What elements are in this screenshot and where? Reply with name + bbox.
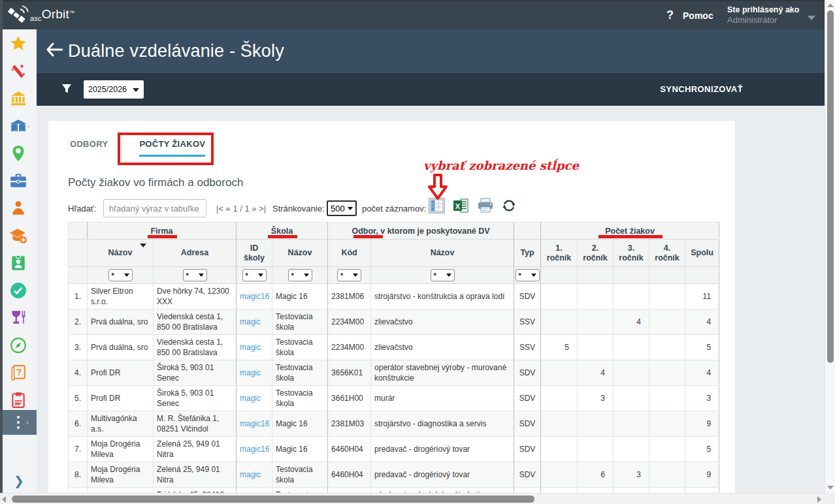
column-header-2. ročník[interactable]: 2. ročník: [578, 240, 614, 267]
students-table: FirmaŠkolaOdbor, v ktorom je poskytované…: [68, 222, 719, 493]
vertical-scrollbar[interactable]: [825, 0, 835, 493]
sidebar-item-explore[interactable]: [0, 332, 37, 358]
sidebar-item-institution[interactable]: [0, 86, 37, 112]
scroll-down-arrow-icon[interactable]: [827, 486, 834, 490]
school-year-select[interactable]: 2025/2026: [84, 80, 144, 99]
horizontal-scrollbar[interactable]: [0, 493, 825, 504]
column-filter-select[interactable]: *: [183, 269, 207, 281]
excel-export-icon[interactable]: X: [453, 198, 469, 213]
table-cell: 6460H04: [328, 462, 371, 488]
table-cell: [541, 386, 578, 411]
school-id-link[interactable]: magic: [237, 360, 272, 386]
column-filter-select[interactable]: *: [516, 269, 540, 281]
column-header-Spolu[interactable]: Spolu: [685, 240, 719, 267]
column-filter-select[interactable]: *: [242, 269, 267, 281]
refresh-icon[interactable]: [502, 198, 516, 213]
scroll-up-arrow-icon[interactable]: [827, 3, 834, 7]
synchronize-button[interactable]: SYNCHRONIZOVAŤ: [660, 84, 743, 94]
column-header-1. ročník[interactable]: 1. ročník: [541, 240, 578, 267]
column-header-4. ročník[interactable]: 4. ročník: [649, 240, 685, 267]
school-id-link[interactable]: magic16: [237, 437, 272, 462]
column-header-3. ročník[interactable]: 3. ročník: [614, 240, 649, 267]
table-cell: [237, 488, 272, 494]
column-header-Kód[interactable]: Kód: [328, 240, 371, 267]
more-dots-icon: [17, 416, 20, 429]
sidebar-item-school[interactable]: ›: [0, 113, 37, 139]
column-header-rownum[interactable]: [69, 240, 88, 267]
tab-odbory[interactable]: ODBORY: [70, 139, 108, 157]
school-id-link[interactable]: magic: [237, 309, 272, 335]
sort-desc-icon[interactable]: [140, 244, 146, 247]
choose-columns-icon[interactable]: [429, 198, 445, 213]
table-cell: Moja Drogéria Mileva: [88, 437, 154, 462]
table-body: 1.Silver Eltron s.r.o.Dve hôrky 74, 1230…: [69, 284, 719, 494]
sidebar-item-teacher[interactable]: [0, 195, 37, 221]
table-cell: [649, 360, 685, 386]
column-header-Typ[interactable]: Typ: [514, 240, 541, 267]
school-id-link[interactable]: magic16: [237, 411, 272, 437]
table-cell: predavač - drogériový tovar: [371, 437, 514, 462]
table-cell: Multivagónka a.s.: [88, 411, 154, 437]
table-cell: 2234M00: [328, 335, 371, 360]
scroll-left-arrow-icon[interactable]: [2, 496, 6, 503]
select-chevron-icon: [348, 207, 353, 210]
sidebar-item-attendance[interactable]: [0, 277, 37, 304]
table-row: 4.Profi DRŠiroká 5, 903 01 SenecmagicTes…: [69, 360, 719, 386]
column-filter-select[interactable]: *: [337, 269, 361, 281]
table-cell: [541, 284, 578, 309]
user-menu[interactable]: Ste prihlásený ako Administrátor: [727, 5, 799, 25]
back-button[interactable]: [46, 41, 63, 61]
search-input[interactable]: hľadaný výraz v tabuľke: [103, 199, 206, 217]
app-logo[interactable]: ascOrbit™: [7, 4, 74, 25]
sidebar-item-favorites[interactable]: [0, 31, 37, 57]
column-header-Názov[interactable]: Názov: [371, 240, 514, 267]
sidebar-item-dual-education[interactable]: [0, 223, 37, 249]
school-id-link[interactable]: magic16: [237, 284, 272, 309]
table-cell: SDV: [514, 462, 541, 488]
paging-label: Stránkovanie:: [272, 204, 325, 213]
sidebar-item-reports[interactable]: [0, 387, 37, 413]
column-filter-select[interactable]: *: [288, 269, 312, 281]
help-button[interactable]: ? Pomoc: [666, 8, 713, 22]
table-cell: výroba stavebných konštrukcií a dielcov: [371, 488, 514, 494]
logo-tm: ™: [69, 10, 74, 16]
table-cell: 2381M03: [328, 411, 371, 437]
table-row: 9.Tri hôrky 45, 08412 XXXTestovacia škol…: [69, 488, 719, 494]
table-cell: Testovacia škola: [272, 360, 328, 386]
column-header-Adresa[interactable]: Adresa: [154, 240, 237, 267]
school-id-link[interactable]: magic: [237, 335, 272, 360]
column-header-Názov[interactable]: Názov: [88, 240, 154, 267]
table-cell: [328, 488, 371, 494]
user-menu-chevron-icon[interactable]: [808, 16, 815, 20]
column-header-Názov[interactable]: Názov: [272, 240, 328, 267]
page-size-select[interactable]: 500: [327, 200, 357, 216]
sidebar-expand-chevron[interactable]: ❯: [14, 473, 24, 488]
column-filter-select[interactable]: *: [431, 269, 455, 281]
school-id-link[interactable]: magic: [237, 462, 272, 488]
horizontal-scroll-thumb[interactable]: [12, 496, 534, 503]
sidebar-item-faq[interactable]: ?: [0, 360, 37, 386]
sidebar-item-canteen[interactable]: [0, 305, 37, 331]
sidebar-item-wizard[interactable]: [0, 58, 37, 84]
scroll-right-arrow-icon[interactable]: [817, 496, 821, 503]
filter-icon: [61, 84, 72, 94]
vertical-scroll-thumb[interactable]: [827, 10, 834, 363]
help-icon: ?: [666, 8, 674, 22]
table-cell: [541, 462, 578, 488]
svg-text:?: ?: [16, 367, 22, 377]
sidebar-item-id-card[interactable]: [0, 250, 37, 276]
table-cell: 4: [614, 309, 649, 335]
column-header-ID školy[interactable]: ID školy: [237, 240, 272, 267]
filter-cell: [69, 267, 88, 284]
school-id-link[interactable]: magic: [237, 386, 272, 411]
table-cell: SDV: [514, 411, 541, 437]
pagination[interactable]: |< « 1 / 1 » >|: [216, 204, 266, 213]
sidebar-item-companies[interactable]: [0, 168, 37, 194]
select-chevron-icon: [133, 88, 139, 92]
column-filter-select[interactable]: *: [108, 269, 133, 281]
sidebar-item-places[interactable]: [0, 140, 37, 166]
satellite-icon: [7, 4, 30, 25]
sidebar-item-more[interactable]: ›: [0, 410, 37, 435]
print-icon[interactable]: [477, 198, 494, 213]
table-cell: [578, 488, 614, 494]
